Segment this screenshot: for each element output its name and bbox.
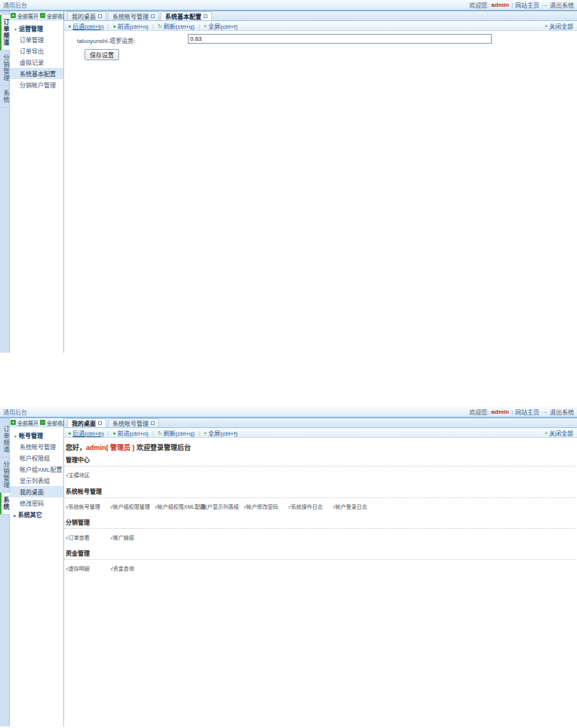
module-row: √订单查看 √推广链接 bbox=[66, 534, 575, 541]
top-header-bar: 通用后台 欢迎您: admin | 网站主页 → 退出系统 bbox=[0, 407, 577, 417]
collapse-all-icon[interactable]: - bbox=[40, 420, 45, 425]
channel-tab-strip: 订单频道 分销管理 系统 bbox=[0, 418, 10, 726]
toolbar-divider: | bbox=[152, 23, 154, 29]
module-link-display-list[interactable]: √帐户显示列表组 bbox=[199, 503, 244, 510]
fullscreen-button[interactable]: × 全屏(ctrl+f) bbox=[204, 429, 238, 437]
channel-tab-system[interactable]: 系统 bbox=[0, 493, 10, 515]
channel-tab-distribution[interactable]: 分销管理 bbox=[0, 50, 10, 86]
sidebar-header: + 全部展开 - 全部收起 bbox=[10, 418, 63, 427]
close-all-icon: × bbox=[545, 430, 548, 436]
sidebar-item-dist-account[interactable]: 分销帐户管理 bbox=[10, 79, 63, 90]
tab-bar: 我的桌面 系统帐号管理 系统基本配置 bbox=[64, 11, 577, 21]
header-user-area: 欢迎您: admin | 网站主页 → 退出系统 bbox=[469, 1, 574, 9]
tab-my-desktop[interactable]: 我的桌面 bbox=[67, 11, 106, 20]
expand-all-icon[interactable]: + bbox=[11, 420, 16, 425]
module-link-main[interactable]: √主模块区 bbox=[66, 471, 110, 479]
tab-basic-config[interactable]: 系统基本配置 bbox=[161, 11, 212, 20]
refresh-button[interactable]: ↻ 刷新(ctrl+q) bbox=[158, 22, 195, 30]
close-icon[interactable] bbox=[98, 421, 102, 425]
channel-tab-order[interactable]: 订单频道 bbox=[0, 422, 10, 457]
close-all-button[interactable]: × 关闭全部 bbox=[545, 22, 573, 30]
module-link-login-log[interactable]: √帐户登录日志 bbox=[333, 503, 377, 510]
header-divider: | bbox=[511, 2, 513, 8]
sidebar: + 全部展开 - 全部收起 ▼运营管理 订单管理 订单导出 虚拟记录 系统基本配… bbox=[10, 11, 64, 353]
tree-group-account[interactable]: ▼帐号管理 bbox=[10, 430, 63, 441]
tarot-setting-input[interactable] bbox=[188, 34, 492, 44]
sidebar-item-change-password[interactable]: 修改密码 bbox=[10, 497, 63, 509]
forward-button[interactable]: ● 前进(ctrl+n) bbox=[112, 22, 148, 30]
greeting-username: admin bbox=[86, 444, 106, 451]
greeting-role: ( 管理员 ) bbox=[106, 444, 135, 451]
sidebar-item-basic-config[interactable]: 系统基本配置 bbox=[10, 68, 63, 79]
toolbar-divider: | bbox=[198, 23, 200, 29]
module-link-change-password[interactable]: √帐户修改密码 bbox=[244, 503, 288, 510]
site-home-link[interactable]: 网站主页 bbox=[515, 408, 539, 416]
module-link-sys-account[interactable]: √系统帐号管理 bbox=[66, 503, 110, 510]
expand-all-icon[interactable]: + bbox=[11, 13, 16, 18]
module-link-fund-query[interactable]: √资金查询 bbox=[110, 564, 155, 572]
close-all-button[interactable]: × 关闭全部 bbox=[545, 429, 573, 437]
channel-tab-strip: 订单频道 分销管理 系统 bbox=[0, 11, 10, 353]
tab-system-account[interactable]: 系统帐号管理 bbox=[108, 418, 159, 427]
sidebar-tree: ▼帐号管理 系统帐号管理 帐户权限组 帐户组XML配置 显示列表组 我的桌面 修… bbox=[10, 427, 63, 520]
top-header-bar: 通用后台 欢迎您: admin | 网站主页 → 退出系统 bbox=[0, 0, 577, 10]
config-content: taluoyunshi-塔罗运势: 保存设置 bbox=[64, 31, 577, 353]
welcome-label: 欢迎您: bbox=[469, 1, 489, 9]
sidebar-item-virtual-record[interactable]: 虚拟记录 bbox=[10, 57, 63, 68]
logout-link[interactable]: 退出系统 bbox=[550, 1, 574, 9]
expand-all-label[interactable]: 全部展开 bbox=[17, 12, 38, 20]
sidebar-item-sys-account[interactable]: 系统帐号管理 bbox=[10, 441, 63, 452]
section-divider bbox=[64, 466, 575, 466]
sidebar-item-perm-group[interactable]: 帐户权限组 bbox=[10, 452, 63, 463]
close-icon[interactable] bbox=[204, 14, 207, 18]
sidebar-item-order-export[interactable]: 订单导出 bbox=[10, 45, 63, 57]
toolbar-divider: | bbox=[107, 430, 109, 436]
back-button[interactable]: ● 后退(ctrl+b) bbox=[68, 429, 103, 437]
module-link-virtual-detail[interactable]: √虚拟明细 bbox=[66, 564, 110, 572]
section-divider bbox=[64, 528, 575, 529]
app-title: 通用后台 bbox=[3, 1, 27, 9]
channel-tab-system[interactable]: 系统 bbox=[0, 86, 10, 108]
module-link-op-log[interactable]: √系统操作日志 bbox=[288, 503, 333, 510]
welcome-greeting: 您好，admin( 管理员 ) 欢迎登录管理后台 bbox=[66, 442, 577, 452]
close-icon[interactable] bbox=[98, 14, 102, 18]
channel-tab-distribution[interactable]: 分销管理 bbox=[0, 457, 10, 493]
refresh-button[interactable]: ↻ 刷新(ctrl+q) bbox=[158, 429, 195, 437]
back-button[interactable]: ● 后退(ctrl+b) bbox=[68, 22, 103, 30]
toolbar-divider: | bbox=[198, 430, 200, 436]
collapse-all-icon[interactable]: - bbox=[40, 13, 45, 18]
module-link-promo-link[interactable]: √推广链接 bbox=[110, 534, 155, 541]
logout-link[interactable]: 退出系统 bbox=[550, 408, 574, 416]
channel-tab-order[interactable]: 订单频道 bbox=[0, 15, 10, 50]
expand-all-label[interactable]: 全部展开 bbox=[17, 419, 38, 427]
module-link-order-view[interactable]: √订单查看 bbox=[66, 534, 110, 541]
username: admin bbox=[491, 2, 509, 8]
chevron-right-icon: ▶ bbox=[14, 513, 17, 518]
module-link-xml-config[interactable]: √帐户组权限XML配置 bbox=[155, 503, 199, 510]
tab-my-desktop[interactable]: 我的桌面 bbox=[67, 418, 106, 427]
header-user-area: 欢迎您: admin | 网站主页 → 退出系统 bbox=[469, 408, 574, 416]
sidebar-tree: ▼运营管理 订单管理 订单导出 虚拟记录 系统基本配置 分销帐户管理 bbox=[10, 20, 63, 90]
sidebar-item-display-list[interactable]: 显示列表组 bbox=[10, 475, 63, 486]
section-title: 分销管理 bbox=[66, 518, 575, 526]
section-funds: 资金管理 √虚拟明细 √资金查询 bbox=[64, 549, 575, 572]
close-icon[interactable] bbox=[151, 421, 155, 425]
tree-group-system-other[interactable]: ▶系统其它 bbox=[10, 509, 63, 520]
sidebar-item-my-desktop[interactable]: 我的桌面 bbox=[10, 486, 63, 497]
back-icon: ● bbox=[68, 23, 71, 29]
fullscreen-button[interactable]: × 全屏(ctrl+f) bbox=[204, 22, 238, 30]
forward-button[interactable]: ● 前进(ctrl+n) bbox=[112, 429, 148, 437]
site-home-link[interactable]: 网站主页 bbox=[515, 1, 539, 9]
forward-icon: ● bbox=[112, 23, 115, 29]
tree-group-operations[interactable]: ▼运营管理 bbox=[10, 23, 63, 34]
sidebar-item-xml-config[interactable]: 帐户组XML配置 bbox=[10, 463, 63, 475]
back-icon: ● bbox=[68, 430, 71, 436]
forward-icon: ● bbox=[112, 430, 115, 436]
close-icon[interactable] bbox=[151, 14, 155, 18]
module-row: √主模块区 bbox=[66, 471, 575, 479]
section-system-account: 系统帐号管理 √系统帐号管理 √帐户组权限管理 √帐户组权限XML配置 √帐户显… bbox=[64, 487, 575, 510]
module-link-perm-manage[interactable]: √帐户组权限管理 bbox=[110, 503, 155, 510]
tab-system-account[interactable]: 系统帐号管理 bbox=[108, 11, 159, 20]
sidebar-item-order-manage[interactable]: 订单管理 bbox=[10, 34, 63, 45]
save-settings-button[interactable]: 保存设置 bbox=[84, 49, 119, 60]
